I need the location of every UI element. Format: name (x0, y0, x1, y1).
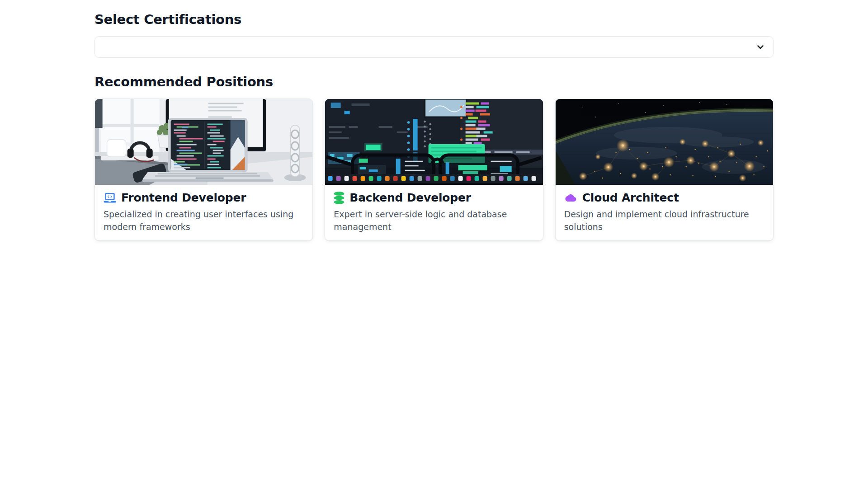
position-card-backend-developer[interactable]: Backend Developer Expert in server-side … (325, 99, 543, 241)
card-body: Backend Developer Expert in server-side … (325, 185, 542, 240)
main-content: Select Certifications Recommended Positi… (94, 0, 774, 241)
workspace-laptop-photo (95, 99, 312, 185)
position-card-title: Frontend Developer (121, 192, 246, 204)
positions-heading: Recommended Positions (94, 74, 774, 90)
code-screens-photo (325, 99, 542, 185)
chevron-down-icon (755, 42, 766, 52)
card-body: Cloud Architect Design and implement clo… (556, 185, 773, 240)
database-icon (334, 192, 344, 204)
position-card-description: Specialized in creating user interfaces … (104, 208, 304, 233)
position-card-description: Design and implement cloud infrastructur… (564, 208, 764, 233)
earth-night-illustration (556, 99, 773, 185)
cloud-icon (564, 192, 577, 203)
position-card-title: Cloud Architect (582, 192, 679, 204)
workspace-laptop-illustration (95, 99, 312, 185)
position-card-cloud-architect[interactable]: Cloud Architect Design and implement clo… (555, 99, 774, 241)
positions-card-grid: Frontend Developer Specialized in creati… (94, 99, 774, 241)
certifications-select[interactable] (94, 36, 774, 58)
card-body: Frontend Developer Specialized in creati… (95, 185, 312, 240)
position-card-frontend-developer[interactable]: Frontend Developer Specialized in creati… (94, 99, 313, 241)
position-card-title: Backend Developer (349, 192, 471, 204)
code-screens-illustration (325, 99, 542, 185)
certifications-heading: Select Certifications (94, 12, 774, 28)
position-card-description: Expert in server-side logic and database… (334, 208, 534, 233)
earth-night-photo (556, 99, 773, 185)
laptop-code-icon (104, 192, 116, 204)
